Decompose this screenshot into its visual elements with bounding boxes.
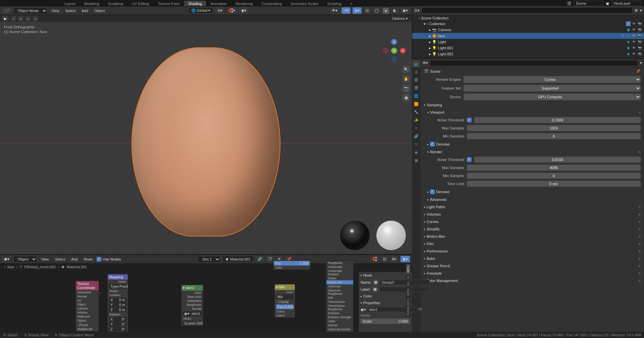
tree-scene-collection[interactable]: ▫ Scene Collection (412, 15, 644, 21)
outliner-tree[interactable]: ▫ Scene Collection ▾ ▫ Collection ✓👁📷 ▸ … (412, 15, 644, 58)
camera-icon[interactable]: 📷 (402, 84, 410, 92)
prop-edit-toggle[interactable]: ◉▾ (239, 7, 249, 14)
node-name-input[interactable] (380, 280, 430, 285)
axis-z[interactable]: Z (391, 39, 397, 45)
panel-grease-pencil[interactable]: ▸Grease Pencil≡ (421, 262, 644, 270)
nstab-view[interactable]: Vie (406, 280, 411, 287)
persp-icon[interactable]: ▦ (402, 94, 410, 101)
panel-volumes[interactable]: ▸Volumes≡ (421, 211, 644, 218)
shading-solid[interactable]: ● (383, 8, 389, 14)
ptab-constraints[interactable]: 🔗 (413, 132, 420, 140)
r-noise-check[interactable]: ✓ (467, 157, 472, 162)
mat-dup-icon[interactable]: ❐ (266, 256, 274, 262)
ptab-texture[interactable]: ▦ (413, 157, 420, 164)
select-mode-4[interactable]: ▫ (33, 16, 38, 22)
ptab-scene[interactable]: 🎬 (413, 84, 420, 92)
shield-icon[interactable]: 🛡 (418, 307, 422, 312)
node-snap-icon[interactable]: 🧲 (370, 256, 379, 262)
node-ov2-icon[interactable]: ⧉▾ (390, 256, 398, 262)
node-overlay-icon[interactable]: ⊡ (381, 256, 388, 262)
r-max-val[interactable]: 4096 (467, 165, 641, 171)
tree-collection[interactable]: ▾ ▫ Collection ✓👁📷 (412, 21, 644, 27)
eye-icon[interactable]: 👁 (632, 40, 636, 44)
panel-color-management[interactable]: ▸Color Management≡ (421, 277, 644, 284)
panel-sampling[interactable]: ▾Sampling (421, 101, 644, 109)
select-mode-3[interactable]: ▫ (25, 16, 31, 22)
render-icon[interactable]: 📷 (637, 34, 642, 38)
render-engine-select[interactable]: Cycles (464, 76, 641, 83)
axis-neg-z[interactable] (391, 56, 397, 62)
node-canvas[interactable]: ▫ face› ▽ FBHead_mesh.001› ◉ Material.00… (0, 263, 412, 332)
mat-link-icon[interactable]: 🔗 (256, 256, 264, 262)
props-type-icon[interactable]: ⚙▾ (423, 61, 428, 65)
node-label-input[interactable] (379, 287, 429, 292)
ptab-world[interactable]: 🌐 (413, 92, 420, 100)
node-menu-node[interactable]: Node (82, 257, 95, 262)
eye-icon[interactable]: 👁 (632, 21, 636, 26)
shading-wireframe[interactable]: ◯ (373, 7, 381, 14)
eye-icon[interactable]: 👁 (632, 46, 636, 50)
panel-r-denoise[interactable]: ▸✓Denoise (421, 188, 644, 196)
feature-set-select[interactable]: Supported (464, 85, 641, 92)
ptab-material[interactable]: ◉ (413, 149, 420, 156)
ptab-modifier[interactable]: 🔧 (413, 108, 420, 116)
slot-select[interactable]: Slot 1 (198, 256, 220, 263)
view3d-region[interactable]: Front Orthographic (1) Scene Collection … (0, 22, 412, 254)
panel-vp-denoise[interactable]: ▸✓Denoise (421, 140, 644, 148)
ptab-render[interactable]: 📺 (413, 60, 420, 67)
scene-name-input[interactable] (574, 1, 604, 6)
nstab-nodewrangler[interactable]: Node Wrang (406, 297, 411, 317)
mode-select[interactable]: Object Mode (13, 7, 47, 14)
nav-gizmo[interactable]: Z Y X (382, 39, 406, 62)
select-mode-1[interactable]: ▫ (11, 16, 16, 22)
view3d-menu-object[interactable]: Object (92, 8, 107, 13)
axis-x[interactable]: X (400, 48, 406, 54)
tool-select-box[interactable]: ▶ (2, 15, 9, 22)
gizmo-toggle[interactable]: ↗▾ (341, 7, 351, 14)
nstab-options[interactable]: Optio (406, 287, 411, 297)
render-icon[interactable]: 📷 (637, 21, 642, 26)
ptab-viewlayer[interactable]: 🖼 (413, 76, 420, 83)
orientation-select[interactable]: 🌐 Global ▾ (188, 7, 214, 14)
nstab-tool[interactable]: To (406, 275, 411, 281)
visibility-icon[interactable]: 👁▾ (330, 7, 339, 14)
shading-rendered[interactable]: ◉▾ (400, 7, 410, 14)
axis-y[interactable]: Y (391, 48, 397, 54)
panel-advanced[interactable]: ▸Advanced (421, 196, 644, 203)
props-search[interactable] (430, 60, 638, 66)
panel-film[interactable]: ▸Film≡ (421, 240, 644, 247)
panel-performance[interactable]: ▸Performance≡ (421, 247, 644, 255)
node-scale-field[interactable]: Scale0.000 (361, 319, 410, 324)
node-fac[interactable]: Fac1.000 Color (273, 261, 310, 270)
tree-light-002[interactable]: ▸ 💡 Light.002◉👁📷 (412, 51, 644, 57)
r-min-val[interactable]: 0 (467, 173, 641, 179)
node-principled-bsdf[interactable]: RoughnessAnisotropicAnisotropic Rotation… (326, 261, 354, 336)
view3d-menu-add[interactable]: Add (79, 8, 90, 13)
viewlayer-name-input[interactable] (611, 1, 641, 6)
vp-min-val[interactable]: 0 (467, 133, 641, 139)
select-mode-2[interactable]: ▪ (18, 16, 23, 22)
panel-viewport[interactable]: ▾Viewport≡ (421, 109, 644, 116)
xray-toggle[interactable]: ⊡ (364, 7, 371, 14)
device-select[interactable]: GPU Compute (464, 94, 641, 100)
time-limit-val[interactable]: 0 sec (467, 181, 641, 187)
node-mix[interactable]: ▾ Mix Color Mix ▫ Clamp Fac:0.900 Color1… (274, 284, 295, 318)
render-icon[interactable]: 📷 (637, 52, 642, 56)
pivot-select[interactable]: ⊙▾ (215, 7, 224, 14)
collection-exclude-check[interactable]: ✓ (626, 21, 631, 26)
node-editor-type-icon[interactable]: ◉▾ (2, 256, 11, 262)
pin-icon[interactable]: 📌 (636, 69, 641, 73)
ptab-object[interactable]: 🟧 (413, 100, 420, 108)
render-icon[interactable]: 📷 (637, 40, 642, 44)
render-icon[interactable]: 📷 (637, 27, 642, 32)
zoom-icon[interactable]: 🔍 (402, 66, 410, 73)
panel-light-paths[interactable]: ▸Light Paths≡ (421, 203, 644, 211)
view3d-menu-view[interactable]: View (49, 8, 61, 13)
nstab-node[interactable]: Node (406, 264, 411, 275)
node-texcoord[interactable]: Texture Coordinate Generated Normal UV O… (75, 281, 99, 332)
tree-face[interactable]: ▸ 🔶 face▽▽👁📷 (412, 33, 644, 39)
panel-simplify[interactable]: ▸Simplify≡ (421, 225, 644, 233)
options-popover[interactable]: Options ▾ (390, 16, 410, 21)
material-select[interactable]: ◉ Material.001 (222, 256, 254, 262)
vp-noise-val[interactable]: 0.1000 (474, 117, 641, 123)
